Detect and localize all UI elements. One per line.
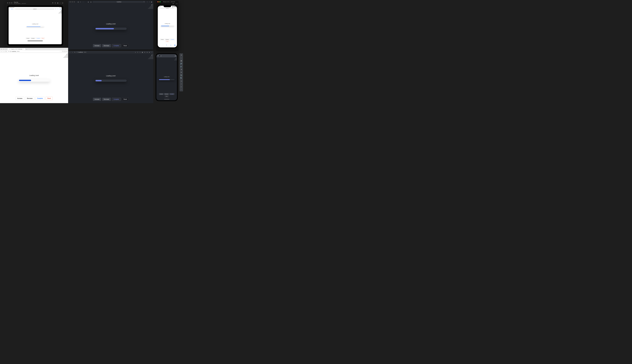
new-tab-icon[interactable]: + — [149, 1, 150, 3]
close-icon[interactable] — [1, 49, 2, 50]
reader-mode-icon[interactable]: ᴀA — [158, 8, 159, 8]
bookmarks-icon[interactable]: ▭ — [170, 44, 171, 46]
sidebar-icon[interactable]: ▥ — [78, 1, 79, 3]
firefox-tab[interactable]: Progress | GUI Challenges ✕ — [8, 48, 25, 50]
simulator-home-icon[interactable]: ⌂ — [175, 3, 175, 4]
complete-button[interactable]: Complete — [36, 97, 45, 100]
profile-icon[interactable]: ● — [149, 52, 150, 53]
emulator-back-icon[interactable]: ◁ — [181, 80, 182, 82]
fullscreen-icon[interactable] — [160, 2, 161, 2]
visbug-corner-flap[interactable] — [148, 54, 153, 59]
simulator-screenshot-icon[interactable]: ◉ — [173, 3, 174, 4]
bookmark-star-icon[interactable]: ☆ — [60, 51, 61, 52]
reader-mode-icon[interactable]: ᴀA — [13, 8, 14, 10]
simulator-rotate-icon[interactable]: ◫ — [176, 3, 178, 4]
share-icon[interactable]: ⇧ — [57, 8, 58, 10]
increase-button[interactable]: Increase — [159, 93, 164, 95]
menu-icon[interactable]: ⋮ — [151, 52, 152, 53]
menu-icon[interactable]: ≡ — [66, 51, 67, 52]
new-tab-icon[interactable]: + — [58, 8, 59, 10]
forward-icon[interactable]: › — [163, 44, 163, 46]
simulator-pin-icon[interactable]: ⚙ — [52, 2, 54, 4]
close-icon[interactable] — [70, 1, 71, 2]
reading-list-icon[interactable]: ≔ — [146, 52, 148, 53]
forward-icon[interactable]: → — [3, 51, 4, 52]
back-icon[interactable]: ← — [69, 52, 70, 53]
complete-button[interactable]: Complete — [36, 38, 41, 39]
fullscreen-icon[interactable] — [11, 2, 12, 4]
fullscreen-icon[interactable] — [74, 1, 75, 2]
increase-button[interactable]: Increase — [26, 38, 30, 39]
visbug-corner-flap[interactable] — [58, 10, 62, 14]
rotate-left-icon[interactable]: ⟲ — [181, 69, 182, 70]
extensions-puzzle-icon[interactable]: ✦ — [144, 52, 145, 53]
bookmark-star-icon[interactable]: ☆ — [140, 52, 140, 53]
dropdown-icon[interactable]: ▾ — [80, 1, 81, 3]
decrease-button[interactable]: Decrease — [102, 98, 111, 101]
refresh-icon[interactable]: ↻ — [6, 51, 6, 52]
simulator-screenshot-icon[interactable]: ⧉ — [55, 2, 56, 4]
share-icon[interactable]: ⇧ — [166, 44, 167, 46]
emulator-close-icon[interactable]: ✕ — [181, 54, 182, 56]
reset-button[interactable]: Reset — [122, 98, 128, 101]
refresh-icon[interactable]: ↻ — [176, 8, 176, 9]
decrease-button[interactable]: Decrease — [30, 38, 36, 39]
share-icon[interactable]: ⇧ — [137, 52, 138, 53]
reset-button[interactable]: Reset — [165, 95, 169, 97]
chrome-url-bar[interactable]: ⓘ localhost:3000 — [76, 52, 86, 53]
tabs-icon[interactable]: ▣ — [151, 1, 152, 3]
decrease-button[interactable]: Decrease — [165, 39, 170, 40]
emulator-home-icon[interactable]: ○ — [181, 83, 182, 85]
complete-button[interactable]: Complete — [112, 98, 121, 101]
close-icon[interactable] — [7, 2, 8, 4]
tabs-icon[interactable]: ▣ — [174, 44, 176, 46]
sidebar-icon[interactable]: ▥ — [12, 8, 12, 10]
safari-url-bar[interactable]: localhost ↻ — [93, 1, 145, 3]
visbug-corner-flap[interactable] — [148, 3, 153, 9]
install-icon[interactable]: ⤓ — [135, 52, 136, 53]
appearance-icon[interactable]: ◑ — [90, 1, 92, 3]
reset-button[interactable]: Reset — [41, 38, 44, 39]
shield-icon[interactable]: ◐ — [88, 1, 89, 3]
increase-button[interactable]: Increase — [160, 39, 164, 40]
camera-icon[interactable]: 📷 — [180, 74, 182, 76]
back-icon[interactable]: ← — [1, 51, 2, 52]
share-icon[interactable]: ⇧ — [146, 1, 148, 3]
rotate-right-icon[interactable]: ⟳ — [181, 72, 182, 73]
forward-icon[interactable]: › — [84, 1, 84, 3]
extension-icon-2[interactable]: ⚲ — [64, 51, 65, 52]
reset-button[interactable]: Reset — [166, 40, 169, 42]
back-icon[interactable]: ‹ — [159, 44, 160, 46]
fullscreen-icon[interactable] — [6, 49, 6, 50]
complete-button[interactable]: Complete — [170, 93, 174, 95]
minimize-icon[interactable] — [72, 1, 73, 2]
emulator-minimize-icon[interactable]: − — [181, 57, 182, 59]
simulator-camera-icon[interactable]: ◉ — [57, 2, 58, 4]
refresh-icon[interactable]: ↻ — [74, 52, 75, 53]
emulator-more-icon[interactable]: ⋯ — [181, 89, 182, 90]
reset-button[interactable]: Reset — [46, 97, 52, 100]
tabs-icon[interactable]: ▣ — [60, 8, 61, 10]
back-icon[interactable]: ‹ — [9, 8, 10, 10]
forward-icon[interactable]: → — [72, 52, 73, 53]
decrease-button[interactable]: Decrease — [25, 97, 34, 100]
complete-button[interactable]: Complete — [112, 44, 121, 47]
reset-button[interactable]: Reset — [122, 44, 128, 47]
minimize-icon[interactable] — [9, 2, 10, 4]
minimize-icon[interactable] — [3, 49, 4, 50]
back-icon[interactable]: ‹ — [82, 1, 82, 3]
forward-icon[interactable]: › — [10, 8, 11, 10]
minimize-icon[interactable] — [158, 2, 160, 2]
tab-close-icon[interactable]: ✕ — [23, 48, 24, 50]
iphone-url-bar[interactable]: localhost — [160, 8, 175, 9]
refresh-icon[interactable]: ↻ — [55, 8, 56, 10]
ipad-home-indicator[interactable] — [28, 41, 43, 41]
emulator-overview-icon[interactable]: □ — [181, 86, 182, 88]
firefox-url-bar[interactable]: 🛡 🗋 localhost:3000 ☆ — [8, 50, 62, 52]
simulator-rotate-icon[interactable]: ◫ — [62, 2, 63, 4]
new-tab-icon[interactable]: + — [26, 49, 28, 50]
decrease-button[interactable]: Decrease — [164, 93, 169, 95]
zoom-icon[interactable]: 🔍 — [180, 77, 182, 79]
android-nav-bar[interactable] — [156, 99, 177, 100]
volume-down-icon[interactable]: 🔉 — [180, 66, 182, 67]
